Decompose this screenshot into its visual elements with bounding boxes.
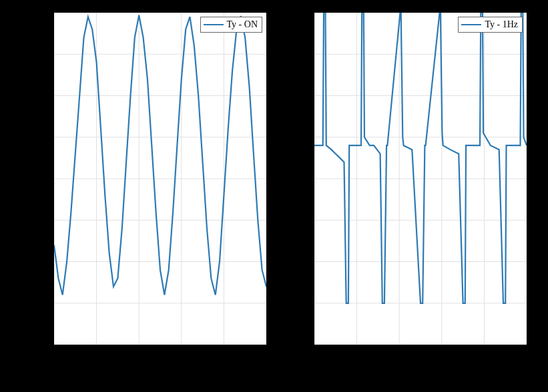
ytick: -5 [298,215,306,227]
legend-label-right: Ty - 1Hz [485,19,518,30]
series-ty-on [54,15,266,295]
series-ty-1hz [314,13,527,303]
legend-swatch [204,24,224,25]
ylabel-right: Torque [Nm] [280,154,295,220]
xtick: 0 [51,347,56,359]
legend-left: Ty - ON [200,17,262,33]
ytick: 20 [37,7,48,19]
ytick: -10 [32,256,46,268]
xtick: 2 [135,347,141,359]
ytick: 15 [298,49,308,61]
xtick: 0 [311,347,316,359]
ytick: -10 [292,256,306,268]
ytick: 0 [43,173,48,185]
ytick: -5 [37,215,46,227]
ytick: 0 [303,173,308,185]
ytick: 5 [43,131,48,143]
ytick: 5 [303,131,308,143]
ytick: -15 [32,297,46,309]
ytick: -20 [32,339,46,351]
legend-label-left: Ty - ON [227,19,258,30]
xtick: 3 [438,347,443,359]
xlabel-left: Time [s] [137,363,180,378]
legend-swatch [461,24,481,25]
ytick: -15 [292,297,306,309]
ytick: -20 [292,339,306,351]
xtick: 1 [353,347,358,359]
legend-right: Ty - 1Hz [458,17,523,33]
xtick: 5 [523,347,528,359]
xtick: 2 [396,347,401,359]
xtick: 1 [93,347,98,359]
xtick: 5 [262,347,268,359]
ytick: 10 [298,90,308,102]
xtick: 3 [178,347,183,359]
ytick: 20 [298,7,308,19]
grid-left [54,13,266,345]
ytick: 10 [37,90,48,102]
xlabel-right: Time [s] [397,363,440,378]
chart-right: Ty - 1Hz [314,12,527,345]
ylabel-left: Torque [Nm] [19,154,33,220]
chart-left: Ty - ON [53,12,267,345]
xtick: 4 [220,347,226,359]
ytick: 15 [37,49,48,61]
xtick: 4 [481,347,486,359]
